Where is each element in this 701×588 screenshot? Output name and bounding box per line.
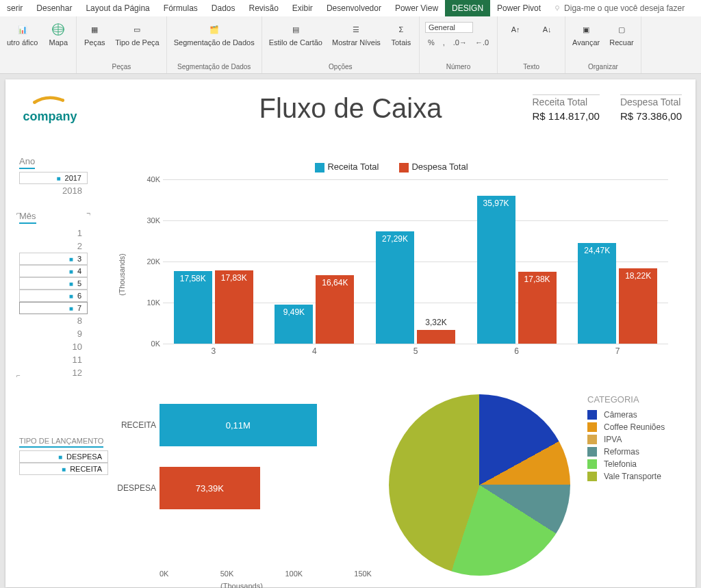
- slicer-tipo[interactable]: TIPO DE LANÇAMENTO DESPESARECEITA: [19, 435, 108, 475]
- x-tick: 7: [567, 346, 668, 356]
- number-format-select[interactable]: General: [425, 22, 473, 33]
- legend-item: Câmeras: [587, 409, 665, 421]
- ribbon-group-label: Segmentação de Dados: [177, 63, 251, 72]
- comma-button[interactable]: ,: [440, 37, 448, 48]
- x-tick: 4: [264, 346, 366, 356]
- legend-swatch-receita: [315, 163, 324, 172]
- legend-item: IPVA: [587, 433, 665, 446]
- slicer-item[interactable]: 4: [19, 265, 88, 277]
- slicer-item[interactable]: 2018: [19, 184, 88, 197]
- x-tick: 5: [365, 346, 466, 356]
- bar-chart-totals[interactable]: RECEITA0,11MDESPESA73,39K 0K50K100K150K …: [112, 394, 372, 586]
- x-axis-label: (Thousands): [112, 582, 372, 588]
- bar[interactable]: 16,64K: [316, 275, 354, 344]
- pie-legend: CATEGORIA CâmerasCoffee ReuniõesIPVARefo…: [587, 394, 665, 483]
- y-axis-label: (Thousands): [118, 253, 126, 296]
- bring-forward-button[interactable]: ▣Avançar: [570, 21, 602, 49]
- increase-font-button[interactable]: A↑: [502, 21, 529, 38]
- slicer-ano[interactable]: Ano 20172018: [19, 155, 88, 197]
- slicer-item[interactable]: 1: [19, 227, 88, 240]
- totais-button[interactable]: ΣTotais: [387, 21, 415, 49]
- tab-design[interactable]: DESIGN: [445, 0, 490, 16]
- tab-power-pivot[interactable]: Power Pivot: [490, 0, 548, 16]
- bar[interactable]: 24,47K: [578, 243, 616, 344]
- slicer-header: Ano: [19, 155, 35, 169]
- slicer-item[interactable]: 5: [19, 277, 88, 290]
- powerview-canvas[interactable]: company Fluxo de Caixa Receita Total R$ …: [5, 79, 696, 587]
- decrease-font-button[interactable]: A↓: [533, 21, 561, 38]
- hbar-row[interactable]: DESPESA73,39K: [160, 464, 260, 512]
- segmentacao-button[interactable]: 🗂️Segmentação de Dados: [171, 21, 257, 49]
- tab-serir[interactable]: serir: [0, 0, 29, 16]
- legend-item: Coffee Reuniões: [587, 421, 665, 433]
- slicer-item[interactable]: 9: [19, 327, 88, 340]
- svg-point-0: [556, 6, 559, 10]
- slicer-item[interactable]: 8: [19, 314, 88, 327]
- hbar-row[interactable]: RECEITA0,11M: [160, 401, 317, 449]
- tab-power-view[interactable]: Power View: [388, 0, 445, 16]
- decrease-decimal-button[interactable]: ←.0: [472, 37, 492, 48]
- other-chart-button[interactable]: 📊utro áfico: [4, 21, 40, 49]
- x-tick: 3: [163, 346, 264, 356]
- pie-chart-categoria[interactable]: [389, 394, 570, 576]
- legend-swatch-despesa: [399, 163, 409, 172]
- tab-desenhar[interactable]: Desenhar: [29, 0, 79, 16]
- tab-desenvolvedor[interactable]: Desenvolvedor: [320, 0, 388, 16]
- slicer-item[interactable]: 12: [19, 366, 88, 379]
- bar[interactable]: 17,38K: [518, 272, 557, 343]
- increase-decimal-button[interactable]: .0→: [450, 37, 470, 48]
- bar[interactable]: 17,83K: [215, 270, 253, 344]
- x-tick: 6: [466, 346, 568, 356]
- slicer-item[interactable]: 3: [19, 253, 88, 265]
- slicer-item[interactable]: 11: [19, 353, 88, 366]
- tipo-peca-button[interactable]: ▭Tipo de Peça: [112, 21, 162, 49]
- slicer-item[interactable]: 6: [19, 290, 88, 302]
- estilo-cartao-button[interactable]: ▤Estilo de Cartão: [266, 21, 325, 49]
- slicer-mes[interactable]: ⌐¬ Mês 123456789101112 ⌐: [19, 209, 88, 379]
- bar[interactable]: 9,49K: [275, 305, 313, 344]
- mostrar-niveis-button[interactable]: ☰Mostrar Níveis: [329, 21, 383, 49]
- slicer-item[interactable]: 7: [19, 302, 88, 314]
- slicer-item[interactable]: 10: [19, 340, 88, 353]
- bar[interactable]: 18,22K: [619, 268, 657, 343]
- bar[interactable]: 35,97K: [477, 196, 515, 344]
- slicer-header: Mês: [19, 209, 36, 224]
- slicer-item[interactable]: RECEITA: [19, 463, 108, 475]
- kpi-receita: Receita Total R$ 114.817,00: [533, 94, 600, 122]
- ribbon-group-label: Opções: [329, 63, 352, 72]
- tab-exibir[interactable]: Exibir: [285, 0, 320, 16]
- slicer-item[interactable]: 2017: [19, 172, 88, 184]
- legend-item: Telefonia: [587, 458, 665, 470]
- legend-item: Reformas: [587, 446, 665, 458]
- ribbon: 📊utro áfico Mapa ▦Peças ▭Tipo de Peça Pe…: [0, 16, 701, 74]
- legend-item: Vale Transporte: [587, 470, 665, 483]
- percent-button[interactable]: %: [425, 37, 437, 48]
- ribbon-group-label: Número: [446, 63, 471, 72]
- slicer-item[interactable]: DESPESA: [19, 450, 108, 463]
- bar[interactable]: 3,32K: [417, 330, 455, 344]
- send-backward-button[interactable]: ▢Recuar: [607, 21, 636, 49]
- bar-chart-main[interactable]: Receita Total Despesa Total (Thousands) …: [115, 162, 668, 381]
- pecas-button[interactable]: ▦Peças: [81, 21, 108, 49]
- tab-revisão[interactable]: Revisão: [242, 0, 285, 16]
- ribbon-group-label: Peças: [112, 63, 131, 72]
- kpi-despesa: Despesa Total R$ 73.386,00: [620, 94, 682, 122]
- bar[interactable]: 17,58K: [174, 271, 212, 343]
- tab-strip: serirDesenharLayout da PáginaFórmulasDad…: [0, 0, 701, 16]
- bar[interactable]: 27,29K: [376, 231, 414, 344]
- slicer-header: TIPO DE LANÇAMENTO: [19, 435, 103, 448]
- tab-fórmulas[interactable]: Fórmulas: [157, 0, 205, 16]
- ribbon-group-label: Organizar: [588, 63, 618, 72]
- tell-me-search[interactable]: Diga-me o que você deseja fazer: [548, 0, 690, 16]
- tab-layout-da-página[interactable]: Layout da Página: [79, 0, 156, 16]
- chart-legend: Receita Total Despesa Total: [115, 162, 668, 172]
- ribbon-group-label: Texto: [523, 63, 539, 72]
- tab-dados[interactable]: Dados: [205, 0, 242, 16]
- map-button[interactable]: Mapa: [44, 21, 72, 49]
- slicer-item[interactable]: 2: [19, 240, 88, 253]
